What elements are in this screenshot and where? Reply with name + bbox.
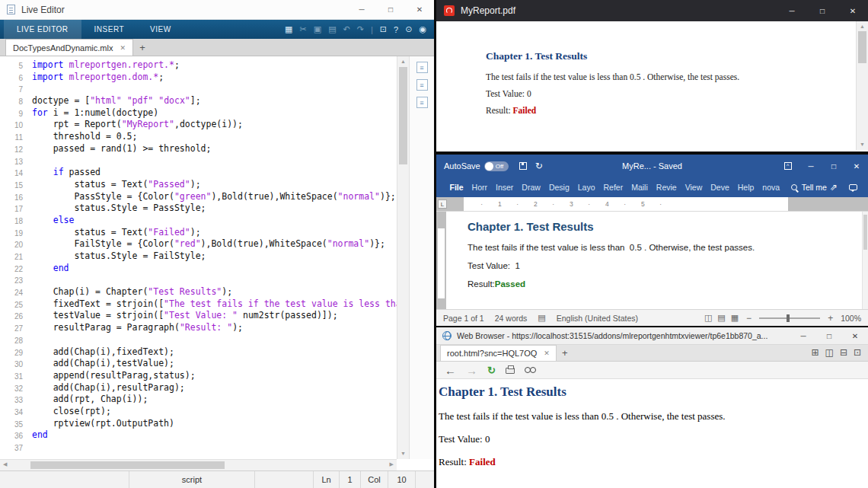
code-line[interactable]: 7 xyxy=(0,83,397,95)
code-line[interactable]: 11 threshold = 0.5; xyxy=(0,131,397,143)
code-line[interactable]: 25 fixedText = strjoin(["The test fails … xyxy=(0,298,397,311)
help-icon[interactable]: ? xyxy=(394,25,398,34)
zoom-level[interactable]: 100% xyxy=(841,314,861,323)
comments-icon[interactable] xyxy=(849,184,857,190)
read-mode-icon[interactable]: ◫ xyxy=(704,313,712,323)
word-tab-desig[interactable]: Desig xyxy=(544,183,573,192)
share-icon[interactable]: ⇗ xyxy=(830,182,838,193)
pdf-titlebar[interactable]: MyReport.pdf ─ □ ✕ xyxy=(436,0,868,21)
close-icon[interactable]: ✕ xyxy=(405,0,434,19)
print-layout-icon[interactable]: ▤ xyxy=(717,313,725,323)
maximize-icon[interactable]: □ xyxy=(376,0,405,19)
word-tab-draw[interactable]: Draw xyxy=(518,183,545,192)
community-icon[interactable]: ⊙ xyxy=(405,24,412,34)
web-layout-icon[interactable]: ▦ xyxy=(731,313,739,323)
print-icon[interactable] xyxy=(506,368,515,374)
save-icon[interactable] xyxy=(519,162,527,170)
ml-ribbon-tab-view[interactable]: VIEW xyxy=(137,20,184,39)
horizontal-ruler[interactable]: L ·1·2·3·4·5· xyxy=(436,197,868,212)
code-line[interactable]: 20 FailStyle = {Color("red"),Bold(true),… xyxy=(0,238,397,250)
vscroll-thumb[interactable] xyxy=(399,67,407,164)
code-line[interactable]: 35 rptview(rpt.OutputPath) xyxy=(0,418,397,430)
code-line[interactable]: 6import mlreportgen.dom.*; xyxy=(0,72,397,84)
tell-me[interactable]: Tell me xyxy=(791,183,827,192)
matlab-titlebar[interactable]: Live Editor ─ □ ✕ xyxy=(0,0,434,20)
word-tab-view[interactable]: View xyxy=(681,183,707,192)
code-line[interactable]: 5import mlreportgen.report.*; xyxy=(0,59,397,72)
code-line[interactable]: 22 end xyxy=(0,263,397,275)
tile-grid-icon[interactable]: ⊞ xyxy=(811,347,819,358)
word-document[interactable]: Chapter 1. Test Results The test fails i… xyxy=(446,212,862,309)
word-titlebar[interactable]: AutoSave Off ↻ MyRe... - Saved ─ □ ✕ xyxy=(436,155,868,177)
code-hscrollbar[interactable]: ◀ ▶ xyxy=(0,459,397,470)
scroll-left-icon[interactable]: ◀ xyxy=(3,461,7,467)
cut-icon[interactable]: ✂ xyxy=(300,24,307,34)
code-line[interactable]: 30 add(Chap(i),testValue); xyxy=(0,358,397,370)
maximize-icon[interactable]: □ xyxy=(822,155,845,177)
paste-icon[interactable]: ▤ xyxy=(328,24,336,34)
word-tab-file[interactable]: File xyxy=(445,183,468,192)
code-line[interactable]: 8doctype = ["html" "pdf" "docx"]; xyxy=(0,95,397,107)
tile-single-icon[interactable]: ⊡ xyxy=(854,347,861,358)
zoom-slider[interactable] xyxy=(759,317,820,319)
minimize-icon[interactable]: ─ xyxy=(777,0,807,21)
maximize-icon[interactable]: □ xyxy=(807,0,838,21)
code-line[interactable]: 9for i = 1:numel(doctype) xyxy=(0,107,397,120)
code-line[interactable]: 31 append(resultParag,status); xyxy=(0,370,397,382)
word-tab-horr[interactable]: Horr xyxy=(468,183,491,192)
maximize-icon[interactable]: □ xyxy=(816,327,842,344)
code-line[interactable]: 23 xyxy=(0,274,397,286)
word-tab-deve[interactable]: Deve xyxy=(707,183,734,192)
autosave-toggle[interactable]: Off xyxy=(484,161,509,171)
ribbon-display-icon[interactable] xyxy=(777,155,799,177)
close-icon[interactable]: ✕ xyxy=(838,0,868,21)
ml-ribbon-tab-live-editor[interactable]: LIVE EDITOR xyxy=(4,20,81,39)
code-vscrollbar[interactable]: ▲ ▼ xyxy=(397,56,409,459)
code-line[interactable]: 15 status = Text("Passed"); xyxy=(0,179,397,191)
code-line[interactable]: 36end xyxy=(0,429,397,442)
word-scrollbar[interactable] xyxy=(862,212,868,309)
bookmarks-icon[interactable]: ≡ xyxy=(416,97,428,108)
zoom-in-icon[interactable]: + xyxy=(828,313,833,324)
code-line[interactable]: 10 rpt = Report("MyReport",doctype(i)); xyxy=(0,119,397,131)
redo-icon[interactable]: ↻ xyxy=(535,161,543,171)
scroll-down-icon[interactable]: ▼ xyxy=(397,450,409,458)
pdf-scroll-thumb[interactable] xyxy=(858,31,866,63)
zoom-knob-icon[interactable] xyxy=(787,314,790,322)
code-line[interactable]: 16 PassStyle = {Color("green"),Bold(true… xyxy=(0,191,397,203)
undo-icon[interactable]: ↶ xyxy=(343,24,350,34)
tab-stop-icon[interactable]: L xyxy=(438,199,447,209)
new-tab-button[interactable]: + xyxy=(133,39,152,56)
code-line[interactable]: 26 testValue = strjoin(["Test Value: " n… xyxy=(0,310,397,322)
code-line[interactable]: 28 xyxy=(0,334,397,346)
copy-icon[interactable]: ▣ xyxy=(314,24,321,34)
code-line[interactable]: 24 Chap(i) = Chapter("Test Results"); xyxy=(0,286,397,298)
scroll-right-icon[interactable]: ▶ xyxy=(390,461,394,467)
document-tab[interactable]: DocTypesAndDynamic.mlx ✕ xyxy=(5,39,133,56)
forward-icon[interactable]: → xyxy=(466,365,477,376)
browser-content[interactable]: Chapter 1. Test Results The test fails i… xyxy=(436,379,868,488)
tab-close-icon[interactable]: ✕ xyxy=(544,349,550,357)
back-icon[interactable]: ← xyxy=(445,365,456,376)
code-line[interactable]: 12 passed = rand(1) >= threshold; xyxy=(0,143,397,155)
save-icon[interactable]: ▦ xyxy=(285,24,292,34)
new-tab-button[interactable]: + xyxy=(557,345,573,361)
tab-close-icon[interactable]: ✕ xyxy=(120,44,126,52)
minimize-icon[interactable]: ─ xyxy=(799,155,822,177)
refresh-icon[interactable]: ↻ xyxy=(487,365,496,375)
code-line[interactable]: 21 status.Style = FailStyle; xyxy=(0,250,397,263)
word-tab-layo[interactable]: Layo xyxy=(573,183,599,192)
page-indicator[interactable]: Page 1 of 1 xyxy=(443,314,484,323)
code-line[interactable]: 32 add(Chap(i),resultParag); xyxy=(0,382,397,394)
minimize-icon[interactable]: ─ xyxy=(790,327,816,344)
close-icon[interactable]: ✕ xyxy=(845,155,868,177)
word-tab-inser[interactable]: Inser xyxy=(492,183,518,192)
code-line[interactable]: 19 status = Text("Failed"); xyxy=(0,227,397,239)
sections-icon[interactable]: ≡ xyxy=(416,79,428,91)
redo-icon[interactable]: ↷ xyxy=(357,24,364,34)
code-line[interactable]: 14 if passed xyxy=(0,167,397,179)
code-line[interactable]: 37 xyxy=(0,442,397,454)
browser-titlebar[interactable]: Web Browser - https://localhost:31515/ad… xyxy=(436,327,868,345)
language-indicator[interactable]: English (United States) xyxy=(557,314,638,323)
word-tab-revie[interactable]: Revie xyxy=(652,183,681,192)
